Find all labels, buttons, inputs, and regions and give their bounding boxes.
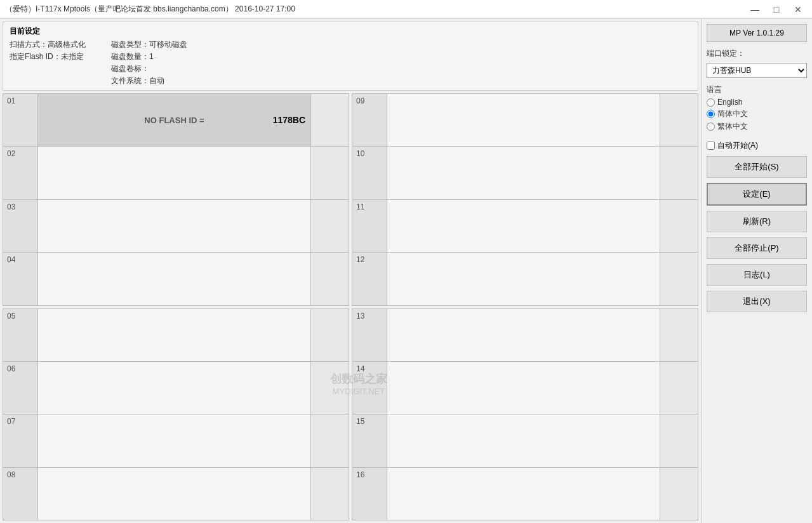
port-sub-area (310, 200, 349, 252)
title-bar: （爱特）I-T117x Mptools（量产吧论坛首发 bbs.liangcha… (0, 0, 812, 19)
lang-label-traditional: 繁体中文 (717, 121, 748, 132)
lang-radio-english[interactable] (707, 98, 715, 107)
settings-col-right: 磁盘类型：可移动磁盘 磁盘数量：1 磁盘卷标： 文件系统：自动 (111, 39, 187, 86)
title-controls: — □ ✕ (746, 3, 807, 16)
port-row[interactable]: 03 (3, 200, 349, 253)
port-row[interactable]: 10 (352, 147, 698, 199)
port-number: 02 (3, 147, 38, 199)
port-row[interactable]: 01NO FLASH ID =1178BC (3, 94, 349, 147)
port-row[interactable]: 16 (352, 468, 698, 520)
start-all-button[interactable]: 全部开始(S) (707, 156, 807, 178)
ports-left-bottom: 05060708 (3, 308, 349, 521)
port-content (38, 147, 310, 199)
port-row[interactable]: 13 (352, 309, 698, 362)
port-content (38, 414, 310, 467)
port-row[interactable]: 11 (352, 200, 698, 253)
auto-start-checkbox[interactable] (707, 142, 715, 150)
title-text: （爱特）I-T117x Mptools（量产吧论坛首发 bbs.liangcha… (5, 4, 746, 15)
port-sub-area (660, 94, 698, 146)
stop-all-button[interactable]: 全部停止(P) (707, 237, 807, 259)
scan-mode: 扫描方式：高级格式化 (10, 39, 86, 50)
port-row[interactable]: 07 (3, 414, 349, 467)
mp-version-button[interactable]: MP Ver 1.0.1.29 (707, 24, 807, 42)
main-layout: 目前设定 扫描方式：高级格式化 指定Flash ID：未指定 磁盘类型：可移动磁… (0, 19, 812, 523)
port-content: NO FLASH ID =1178BC (38, 94, 310, 146)
right-sidebar: MP Ver 1.0.1.29 端口锁定： 力菩森HUB 语言 English … (701, 19, 812, 523)
port-sub-area (310, 414, 349, 467)
lang-english: English (707, 98, 807, 107)
disk-type: 磁盘类型：可移动磁盘 (111, 39, 187, 50)
ports-right-top: 09101112 (352, 93, 698, 306)
lang-radio-traditional[interactable] (707, 122, 715, 131)
port-number: 07 (3, 414, 38, 467)
port-sub-area (660, 200, 698, 252)
port-number: 04 (3, 253, 38, 305)
port-content (38, 253, 310, 305)
port-row[interactable]: 04 (3, 253, 349, 305)
lang-simplified: 简体中文 (707, 109, 807, 119)
left-area: 目前设定 扫描方式：高级格式化 指定Flash ID：未指定 磁盘类型：可移动磁… (0, 19, 701, 523)
port-sub-area (310, 362, 349, 414)
log-button[interactable]: 日志(L) (707, 264, 807, 286)
port-flash-label: NO FLASH ID = (144, 116, 204, 125)
language-section: 语言 English 简体中文 繁体中文 (707, 84, 807, 134)
port-sub-area (660, 414, 698, 467)
close-button[interactable]: ✕ (789, 3, 807, 16)
port-number: 08 (3, 468, 38, 520)
port-row[interactable]: 12 (352, 253, 698, 305)
refresh-button[interactable]: 刷新(R) (707, 211, 807, 232)
lang-traditional: 繁体中文 (707, 121, 807, 132)
port-sub-area (310, 309, 349, 361)
port-content (38, 468, 310, 520)
settings-col-left: 扫描方式：高级格式化 指定Flash ID：未指定 (10, 39, 86, 86)
port-sub-area (660, 253, 698, 305)
port-sub-area (310, 147, 349, 199)
port-content (387, 414, 660, 467)
settings-row: 扫描方式：高级格式化 指定Flash ID：未指定 磁盘类型：可移动磁盘 磁盘数… (10, 39, 691, 86)
port-row[interactable]: 14 (352, 362, 698, 414)
port-row[interactable]: 02 (3, 147, 349, 199)
port-row[interactable]: 08 (3, 468, 349, 520)
port-number: 15 (352, 414, 387, 467)
ports-right-bottom: 13141516 (352, 308, 698, 521)
port-content (387, 94, 660, 146)
file-system: 文件系统：自动 (111, 76, 187, 86)
port-content (387, 309, 660, 361)
lang-label-english: English (717, 98, 742, 107)
port-sub-area (310, 468, 349, 520)
disk-label: 磁盘卷标： (111, 63, 187, 74)
hub-select[interactable]: 力菩森HUB (707, 63, 807, 78)
port-content (38, 309, 310, 361)
port-sub-area (660, 362, 698, 414)
port-content (387, 147, 660, 199)
port-sub-area (660, 309, 698, 361)
grid-row-top: 01NO FLASH ID =1178BC020304 09101112 (3, 93, 698, 306)
port-number: 14 (352, 362, 387, 414)
exit-button[interactable]: 退出(X) (707, 291, 807, 312)
maximize-button[interactable]: □ (768, 3, 785, 16)
port-content (387, 468, 660, 520)
port-row[interactable]: 09 (352, 94, 698, 147)
auto-start-label: 自动开始(A) (717, 140, 758, 151)
lang-radio-simplified[interactable] (707, 110, 715, 118)
ports-left-top: 01NO FLASH ID =1178BC020304 (3, 93, 349, 306)
port-number: 13 (352, 309, 387, 361)
port-content (38, 200, 310, 252)
lang-title: 语言 (707, 84, 807, 95)
port-row[interactable]: 06 (3, 362, 349, 414)
port-row[interactable]: 05 (3, 309, 349, 362)
port-content (38, 362, 310, 414)
flash-id-setting: 指定Flash ID：未指定 (10, 51, 86, 62)
settings-button[interactable]: 设定(E) (707, 183, 807, 206)
minimize-button[interactable]: — (746, 3, 764, 16)
port-grid: 01NO FLASH ID =1178BC020304 09101112 050… (0, 91, 701, 523)
port-lock-label: 端口锁定： (707, 48, 807, 59)
grid-row-bottom: 05060708 13141516 (3, 308, 698, 521)
port-number: 09 (352, 94, 387, 146)
port-row[interactable]: 15 (352, 414, 698, 467)
port-sub-area (660, 468, 698, 520)
port-content (387, 362, 660, 414)
port-content (387, 253, 660, 305)
port-flash-id: 1178BC (273, 115, 305, 125)
port-number: 03 (3, 200, 38, 252)
